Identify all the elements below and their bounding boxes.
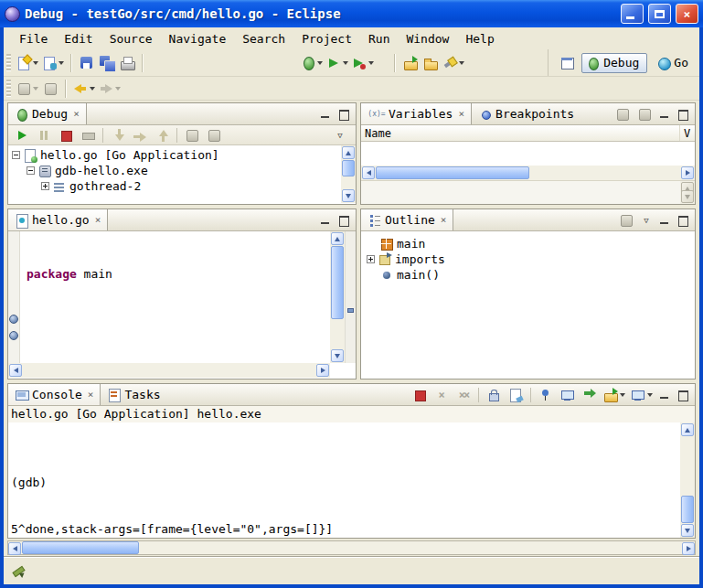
collapse-toggle-icon[interactable] [12,151,20,159]
save-button[interactable] [77,52,97,74]
maximize-view-button[interactable] [336,213,352,228]
minimize-view-button[interactable] [656,388,673,402]
maximize-view-button[interactable] [675,388,691,402]
show-console-when-output-button[interactable] [580,384,600,406]
show-logical-structure-button[interactable] [612,103,633,125]
view-menu-button[interactable]: ▽ [638,213,655,228]
drop-to-frame-button[interactable] [182,124,202,146]
menu-edit[interactable]: Edit [56,29,101,48]
menu-run[interactable]: Run [360,29,398,48]
debug-tree-item-process[interactable]: gdb-hello.exe [8,163,356,178]
debug-launch-button[interactable] [299,52,325,74]
column-name[interactable]: Name [361,125,680,141]
tab-variables[interactable]: (x)= Variables × [361,103,472,124]
collapse-toggle-icon[interactable] [27,166,35,175]
window-maximize-button[interactable] [648,4,671,24]
search-button[interactable] [441,52,466,74]
expand-toggle-icon[interactable] [367,255,375,263]
scroll-lock-button[interactable] [484,384,504,406]
outline-item-imports[interactable]: imports [361,251,695,267]
terminate-button[interactable] [56,124,76,146]
disconnect-button[interactable] [78,124,98,146]
window-close-button[interactable]: × [676,4,698,24]
sort-button[interactable] [616,209,636,231]
minimize-view-button[interactable] [317,213,334,228]
new-go-file-button[interactable] [40,52,66,74]
scroll-right-button[interactable] [682,542,695,555]
outline-item-package[interactable]: main [361,236,695,251]
menu-window[interactable]: Window [398,29,457,48]
scrollbar-thumb[interactable] [681,496,694,523]
breakpoint-icon[interactable] [9,315,18,324]
code-area[interactable]: package main import "fmt" func main() { … [21,231,330,363]
remove-launch-button[interactable]: × [431,384,452,406]
close-tab-icon[interactable]: × [88,390,94,400]
minimize-view-button[interactable] [656,107,673,122]
scroll-down-button[interactable] [331,349,344,362]
detail-scrollbar[interactable] [680,181,695,204]
maximize-view-button[interactable] [336,107,352,122]
view-menu-button[interactable]: ▽ [332,128,348,143]
tab-console[interactable]: Console × [8,384,101,405]
scroll-up-button[interactable] [681,423,694,436]
remove-all-launches-button[interactable]: ×× [453,384,474,406]
toolbar-grip[interactable] [6,80,11,98]
last-edit-location-button[interactable] [15,78,40,100]
scrollbar-thumb[interactable] [22,541,139,554]
console-vscrollbar[interactable] [680,422,695,538]
variables-detail-pane[interactable] [361,180,695,204]
scroll-down-button[interactable] [681,190,694,203]
variables-tree-empty[interactable] [361,142,695,166]
tab-tasks[interactable]: Tasks [101,384,166,405]
perspective-debug-button[interactable]: Debug [581,53,647,73]
menu-navigate[interactable]: Navigate [161,29,235,48]
tab-outline[interactable]: Outline × [361,209,453,230]
scroll-left-button[interactable] [362,166,375,179]
run-launch-button[interactable] [325,52,350,74]
tab-debug[interactable]: Debug × [8,103,87,124]
scroll-left-button[interactable] [9,364,22,377]
open-project-button[interactable] [421,52,441,74]
annotation-ruler[interactable] [8,231,20,363]
close-tab-icon[interactable]: × [95,215,101,225]
print-button[interactable] [117,52,137,74]
overview-ruler[interactable] [345,231,356,363]
close-tab-icon[interactable]: × [458,109,464,119]
pin-console-button[interactable] [536,384,556,406]
close-tab-icon[interactable]: × [73,109,80,119]
external-tools-button[interactable] [350,52,376,74]
tab-hello-go[interactable]: hello.go × [8,209,108,230]
variables-hscrollbar[interactable] [361,166,695,180]
suspend-button[interactable] [34,124,54,146]
open-perspective-button[interactable] [558,52,578,74]
clear-console-button[interactable] [506,384,526,406]
step-over-button[interactable] [130,124,150,146]
use-step-filters-button[interactable] [204,124,224,146]
title-bar[interactable]: Debug - testGo/src/cmd/hello.go - Eclips… [0,0,703,27]
outline-item-main-func[interactable]: main() [361,267,695,283]
menu-project[interactable]: Project [293,29,360,48]
menu-search[interactable]: Search [234,29,293,48]
scrollbar-thumb[interactable] [376,166,529,179]
save-all-button[interactable] [97,52,117,74]
scrollbar-thumb[interactable] [342,160,355,176]
menu-file[interactable]: File [11,29,56,48]
maximize-view-button[interactable] [675,213,691,228]
scroll-up-button[interactable] [331,232,344,245]
scroll-down-button[interactable] [681,524,694,537]
window-minimize-button[interactable] [621,4,644,24]
menu-source[interactable]: Source [101,29,161,48]
link-with-editor-button[interactable] [40,78,60,100]
scroll-right-button[interactable] [681,166,694,179]
collapse-all-button[interactable] [634,103,655,125]
expand-toggle-icon[interactable] [41,182,49,190]
maximize-view-button[interactable] [675,107,691,122]
instruction-pointer-icon[interactable] [9,331,18,340]
debug-tree-item-launch[interactable]: hello.go [Go Application] [8,147,356,163]
new-wizard-button[interactable] [15,52,40,74]
menu-help[interactable]: Help [457,29,502,48]
fast-view-icon[interactable] [11,564,26,579]
toolbar-grip[interactable] [6,54,11,72]
console-history-button[interactable] [629,384,655,406]
scroll-down-button[interactable] [342,189,355,202]
